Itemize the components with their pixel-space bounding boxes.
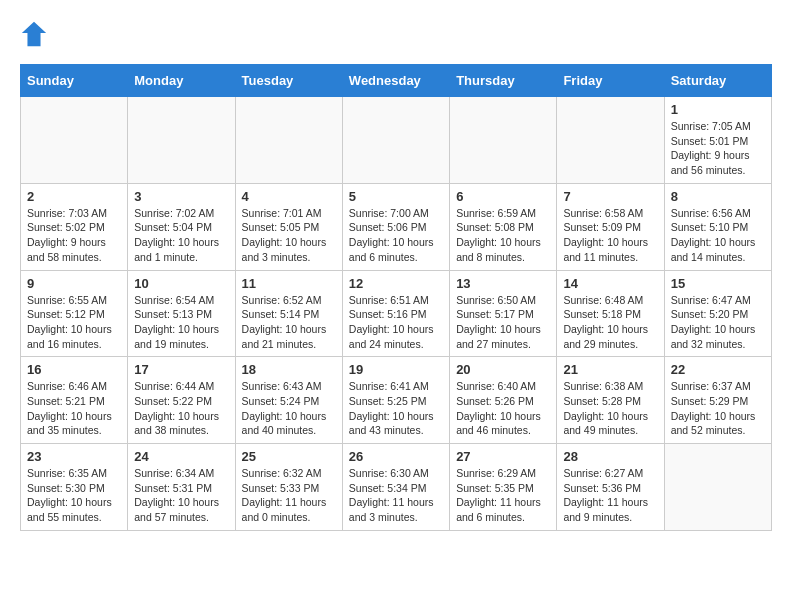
calendar-cell bbox=[664, 444, 771, 531]
calendar-cell: 18Sunrise: 6:43 AMSunset: 5:24 PMDayligh… bbox=[235, 357, 342, 444]
calendar-cell: 24Sunrise: 6:34 AMSunset: 5:31 PMDayligh… bbox=[128, 444, 235, 531]
day-header-wednesday: Wednesday bbox=[342, 65, 449, 97]
day-info: Sunrise: 6:34 AMSunset: 5:31 PMDaylight:… bbox=[134, 466, 228, 525]
logo bbox=[20, 20, 52, 48]
day-info: Sunrise: 7:03 AMSunset: 5:02 PMDaylight:… bbox=[27, 206, 121, 265]
calendar-cell: 28Sunrise: 6:27 AMSunset: 5:36 PMDayligh… bbox=[557, 444, 664, 531]
day-info: Sunrise: 6:58 AMSunset: 5:09 PMDaylight:… bbox=[563, 206, 657, 265]
week-row-0: 1Sunrise: 7:05 AMSunset: 5:01 PMDaylight… bbox=[21, 97, 772, 184]
day-info: Sunrise: 6:35 AMSunset: 5:30 PMDaylight:… bbox=[27, 466, 121, 525]
calendar-cell bbox=[342, 97, 449, 184]
day-number: 2 bbox=[27, 189, 121, 204]
day-header-friday: Friday bbox=[557, 65, 664, 97]
calendar-cell: 6Sunrise: 6:59 AMSunset: 5:08 PMDaylight… bbox=[450, 183, 557, 270]
day-info: Sunrise: 6:59 AMSunset: 5:08 PMDaylight:… bbox=[456, 206, 550, 265]
day-info: Sunrise: 6:50 AMSunset: 5:17 PMDaylight:… bbox=[456, 293, 550, 352]
calendar-cell: 27Sunrise: 6:29 AMSunset: 5:35 PMDayligh… bbox=[450, 444, 557, 531]
calendar-cell: 23Sunrise: 6:35 AMSunset: 5:30 PMDayligh… bbox=[21, 444, 128, 531]
calendar-cell: 21Sunrise: 6:38 AMSunset: 5:28 PMDayligh… bbox=[557, 357, 664, 444]
svg-marker-0 bbox=[22, 22, 46, 46]
day-number: 7 bbox=[563, 189, 657, 204]
day-info: Sunrise: 6:37 AMSunset: 5:29 PMDaylight:… bbox=[671, 379, 765, 438]
day-number: 6 bbox=[456, 189, 550, 204]
week-row-2: 9Sunrise: 6:55 AMSunset: 5:12 PMDaylight… bbox=[21, 270, 772, 357]
calendar-cell: 12Sunrise: 6:51 AMSunset: 5:16 PMDayligh… bbox=[342, 270, 449, 357]
day-number: 1 bbox=[671, 102, 765, 117]
calendar-cell: 22Sunrise: 6:37 AMSunset: 5:29 PMDayligh… bbox=[664, 357, 771, 444]
day-header-tuesday: Tuesday bbox=[235, 65, 342, 97]
day-info: Sunrise: 6:55 AMSunset: 5:12 PMDaylight:… bbox=[27, 293, 121, 352]
day-info: Sunrise: 7:05 AMSunset: 5:01 PMDaylight:… bbox=[671, 119, 765, 178]
day-number: 9 bbox=[27, 276, 121, 291]
day-number: 15 bbox=[671, 276, 765, 291]
day-info: Sunrise: 6:44 AMSunset: 5:22 PMDaylight:… bbox=[134, 379, 228, 438]
calendar-cell: 1Sunrise: 7:05 AMSunset: 5:01 PMDaylight… bbox=[664, 97, 771, 184]
calendar-cell bbox=[21, 97, 128, 184]
day-info: Sunrise: 6:40 AMSunset: 5:26 PMDaylight:… bbox=[456, 379, 550, 438]
day-number: 21 bbox=[563, 362, 657, 377]
day-header-sunday: Sunday bbox=[21, 65, 128, 97]
calendar-cell: 4Sunrise: 7:01 AMSunset: 5:05 PMDaylight… bbox=[235, 183, 342, 270]
day-info: Sunrise: 6:48 AMSunset: 5:18 PMDaylight:… bbox=[563, 293, 657, 352]
calendar-cell: 7Sunrise: 6:58 AMSunset: 5:09 PMDaylight… bbox=[557, 183, 664, 270]
calendar-cell: 20Sunrise: 6:40 AMSunset: 5:26 PMDayligh… bbox=[450, 357, 557, 444]
calendar-cell: 2Sunrise: 7:03 AMSunset: 5:02 PMDaylight… bbox=[21, 183, 128, 270]
day-info: Sunrise: 6:38 AMSunset: 5:28 PMDaylight:… bbox=[563, 379, 657, 438]
day-info: Sunrise: 6:46 AMSunset: 5:21 PMDaylight:… bbox=[27, 379, 121, 438]
day-info: Sunrise: 7:01 AMSunset: 5:05 PMDaylight:… bbox=[242, 206, 336, 265]
day-number: 23 bbox=[27, 449, 121, 464]
calendar-cell: 25Sunrise: 6:32 AMSunset: 5:33 PMDayligh… bbox=[235, 444, 342, 531]
day-info: Sunrise: 6:51 AMSunset: 5:16 PMDaylight:… bbox=[349, 293, 443, 352]
week-row-4: 23Sunrise: 6:35 AMSunset: 5:30 PMDayligh… bbox=[21, 444, 772, 531]
day-number: 19 bbox=[349, 362, 443, 377]
day-info: Sunrise: 6:52 AMSunset: 5:14 PMDaylight:… bbox=[242, 293, 336, 352]
calendar-cell: 8Sunrise: 6:56 AMSunset: 5:10 PMDaylight… bbox=[664, 183, 771, 270]
calendar-cell: 17Sunrise: 6:44 AMSunset: 5:22 PMDayligh… bbox=[128, 357, 235, 444]
calendar-cell: 14Sunrise: 6:48 AMSunset: 5:18 PMDayligh… bbox=[557, 270, 664, 357]
day-number: 14 bbox=[563, 276, 657, 291]
week-row-3: 16Sunrise: 6:46 AMSunset: 5:21 PMDayligh… bbox=[21, 357, 772, 444]
day-number: 26 bbox=[349, 449, 443, 464]
day-number: 11 bbox=[242, 276, 336, 291]
day-header-thursday: Thursday bbox=[450, 65, 557, 97]
calendar-cell bbox=[128, 97, 235, 184]
day-number: 13 bbox=[456, 276, 550, 291]
day-info: Sunrise: 6:32 AMSunset: 5:33 PMDaylight:… bbox=[242, 466, 336, 525]
day-number: 10 bbox=[134, 276, 228, 291]
day-number: 8 bbox=[671, 189, 765, 204]
calendar-cell bbox=[557, 97, 664, 184]
day-number: 25 bbox=[242, 449, 336, 464]
day-info: Sunrise: 6:56 AMSunset: 5:10 PMDaylight:… bbox=[671, 206, 765, 265]
day-number: 27 bbox=[456, 449, 550, 464]
calendar-table: SundayMondayTuesdayWednesdayThursdayFrid… bbox=[20, 64, 772, 531]
calendar-cell: 9Sunrise: 6:55 AMSunset: 5:12 PMDaylight… bbox=[21, 270, 128, 357]
day-number: 16 bbox=[27, 362, 121, 377]
calendar-cell bbox=[450, 97, 557, 184]
day-info: Sunrise: 6:41 AMSunset: 5:25 PMDaylight:… bbox=[349, 379, 443, 438]
day-number: 5 bbox=[349, 189, 443, 204]
calendar-cell: 10Sunrise: 6:54 AMSunset: 5:13 PMDayligh… bbox=[128, 270, 235, 357]
calendar-cell: 26Sunrise: 6:30 AMSunset: 5:34 PMDayligh… bbox=[342, 444, 449, 531]
day-info: Sunrise: 6:29 AMSunset: 5:35 PMDaylight:… bbox=[456, 466, 550, 525]
day-number: 12 bbox=[349, 276, 443, 291]
day-number: 24 bbox=[134, 449, 228, 464]
day-number: 28 bbox=[563, 449, 657, 464]
day-number: 3 bbox=[134, 189, 228, 204]
calendar-cell: 13Sunrise: 6:50 AMSunset: 5:17 PMDayligh… bbox=[450, 270, 557, 357]
calendar-header-row: SundayMondayTuesdayWednesdayThursdayFrid… bbox=[21, 65, 772, 97]
day-number: 18 bbox=[242, 362, 336, 377]
day-number: 4 bbox=[242, 189, 336, 204]
day-info: Sunrise: 7:00 AMSunset: 5:06 PMDaylight:… bbox=[349, 206, 443, 265]
day-number: 17 bbox=[134, 362, 228, 377]
calendar-cell: 3Sunrise: 7:02 AMSunset: 5:04 PMDaylight… bbox=[128, 183, 235, 270]
day-info: Sunrise: 6:30 AMSunset: 5:34 PMDaylight:… bbox=[349, 466, 443, 525]
day-info: Sunrise: 7:02 AMSunset: 5:04 PMDaylight:… bbox=[134, 206, 228, 265]
day-number: 22 bbox=[671, 362, 765, 377]
calendar-cell: 19Sunrise: 6:41 AMSunset: 5:25 PMDayligh… bbox=[342, 357, 449, 444]
page-header bbox=[20, 20, 772, 48]
day-header-saturday: Saturday bbox=[664, 65, 771, 97]
week-row-1: 2Sunrise: 7:03 AMSunset: 5:02 PMDaylight… bbox=[21, 183, 772, 270]
day-number: 20 bbox=[456, 362, 550, 377]
logo-icon bbox=[20, 20, 48, 48]
day-header-monday: Monday bbox=[128, 65, 235, 97]
